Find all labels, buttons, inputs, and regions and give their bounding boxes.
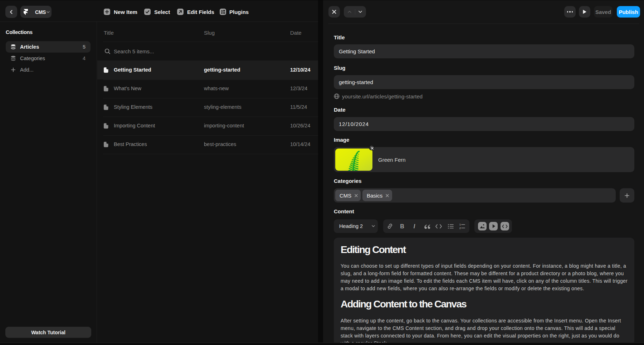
- svg-text:2: 2: [459, 227, 461, 229]
- svg-text:1: 1: [459, 224, 461, 226]
